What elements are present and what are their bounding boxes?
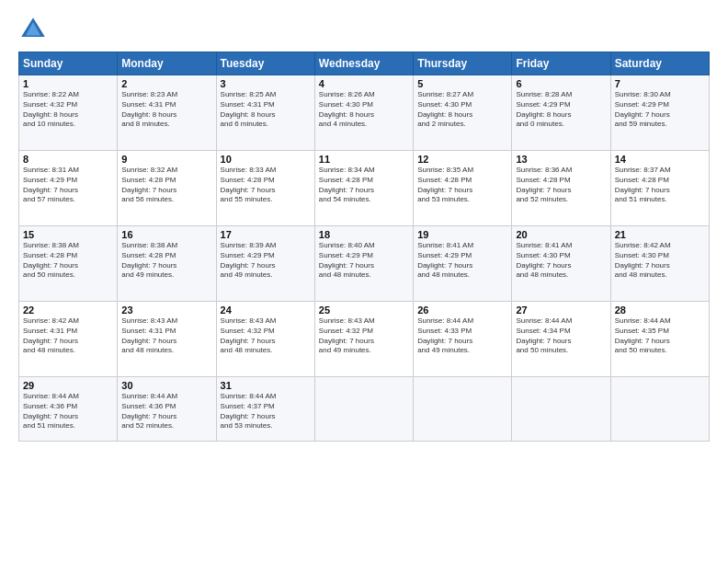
day-number: 31 — [221, 380, 311, 391]
calendar-cell: 14Sunrise: 8:37 AM Sunset: 4:28 PM Dayli… — [610, 151, 709, 226]
calendar-cell: 9Sunrise: 8:32 AM Sunset: 4:28 PM Daylig… — [118, 151, 216, 226]
calendar-cell: 6Sunrise: 8:28 AM Sunset: 4:29 PM Daylig… — [512, 75, 610, 151]
calendar-cell: 26Sunrise: 8:44 AM Sunset: 4:33 PM Dayli… — [414, 302, 512, 377]
day-number: 12 — [417, 154, 507, 165]
calendar-cell: 18Sunrise: 8:40 AM Sunset: 4:29 PM Dayli… — [314, 226, 413, 302]
day-number: 7 — [615, 78, 705, 89]
day-number: 26 — [417, 304, 507, 316]
day-number: 18 — [319, 229, 409, 240]
day-info: Sunrise: 8:38 AM Sunset: 4:28 PM Dayligh… — [121, 241, 211, 281]
calendar-table: SundayMondayTuesdayWednesdayThursdayFrid… — [18, 52, 710, 442]
calendar-cell: 21Sunrise: 8:42 AM Sunset: 4:30 PM Dayli… — [610, 226, 709, 302]
logo — [18, 15, 51, 44]
day-number: 1 — [23, 78, 113, 89]
calendar-cell: 27Sunrise: 8:44 AM Sunset: 4:34 PM Dayli… — [512, 302, 610, 377]
day-info: Sunrise: 8:27 AM Sunset: 4:30 PM Dayligh… — [417, 90, 507, 130]
day-number: 28 — [615, 304, 705, 316]
calendar-cell: 29Sunrise: 8:44 AM Sunset: 4:36 PM Dayli… — [19, 377, 118, 442]
day-info: Sunrise: 8:35 AM Sunset: 4:28 PM Dayligh… — [417, 166, 507, 205]
day-number: 24 — [221, 304, 311, 316]
day-info: Sunrise: 8:44 AM Sunset: 4:35 PM Dayligh… — [615, 316, 705, 356]
day-info: Sunrise: 8:30 AM Sunset: 4:29 PM Dayligh… — [615, 90, 705, 130]
day-info: Sunrise: 8:31 AM Sunset: 4:29 PM Dayligh… — [23, 166, 113, 205]
day-info: Sunrise: 8:32 AM Sunset: 4:28 PM Dayligh… — [121, 166, 211, 205]
day-number: 9 — [121, 154, 211, 165]
day-info: Sunrise: 8:43 AM Sunset: 4:32 PM Dayligh… — [221, 316, 311, 356]
calendar-cell: 13Sunrise: 8:36 AM Sunset: 4:28 PM Dayli… — [512, 151, 610, 226]
day-number: 5 — [417, 78, 507, 89]
calendar-cell: 8Sunrise: 8:31 AM Sunset: 4:29 PM Daylig… — [19, 151, 118, 226]
day-info: Sunrise: 8:42 AM Sunset: 4:30 PM Dayligh… — [615, 241, 705, 281]
calendar-cell: 12Sunrise: 8:35 AM Sunset: 4:28 PM Dayli… — [414, 151, 512, 226]
calendar-cell: 31Sunrise: 8:44 AM Sunset: 4:37 PM Dayli… — [216, 377, 314, 442]
day-info: Sunrise: 8:41 AM Sunset: 4:29 PM Dayligh… — [417, 241, 507, 281]
calendar-cell: 5Sunrise: 8:27 AM Sunset: 4:30 PM Daylig… — [414, 75, 512, 151]
day-info: Sunrise: 8:22 AM Sunset: 4:32 PM Dayligh… — [23, 90, 113, 130]
day-info: Sunrise: 8:44 AM Sunset: 4:34 PM Dayligh… — [516, 316, 606, 356]
day-info: Sunrise: 8:25 AM Sunset: 4:31 PM Dayligh… — [221, 90, 311, 130]
day-number: 19 — [417, 229, 507, 240]
calendar-cell: 30Sunrise: 8:44 AM Sunset: 4:36 PM Dayli… — [118, 377, 216, 442]
calendar-cell: 17Sunrise: 8:39 AM Sunset: 4:29 PM Dayli… — [216, 226, 314, 302]
day-number: 10 — [221, 154, 311, 165]
day-info: Sunrise: 8:42 AM Sunset: 4:31 PM Dayligh… — [23, 316, 113, 356]
day-info: Sunrise: 8:38 AM Sunset: 4:28 PM Dayligh… — [23, 241, 113, 281]
day-info: Sunrise: 8:28 AM Sunset: 4:29 PM Dayligh… — [516, 90, 606, 130]
weekday-header-thursday: Thursday — [414, 52, 512, 75]
calendar-cell: 1Sunrise: 8:22 AM Sunset: 4:32 PM Daylig… — [19, 75, 118, 151]
day-number: 30 — [121, 380, 211, 391]
day-info: Sunrise: 8:44 AM Sunset: 4:36 PM Dayligh… — [121, 392, 211, 431]
calendar-row-4: 22Sunrise: 8:42 AM Sunset: 4:31 PM Dayli… — [19, 302, 710, 377]
calendar-cell — [314, 377, 413, 442]
page: SundayMondayTuesdayWednesdayThursdayFrid… — [0, 0, 728, 563]
day-number: 6 — [516, 78, 606, 89]
calendar-row-2: 8Sunrise: 8:31 AM Sunset: 4:29 PM Daylig… — [19, 151, 710, 226]
day-number: 20 — [516, 229, 606, 240]
day-info: Sunrise: 8:41 AM Sunset: 4:30 PM Dayligh… — [516, 241, 606, 281]
day-info: Sunrise: 8:26 AM Sunset: 4:30 PM Dayligh… — [319, 90, 409, 130]
day-number: 25 — [319, 304, 409, 316]
day-info: Sunrise: 8:37 AM Sunset: 4:28 PM Dayligh… — [615, 166, 705, 205]
day-info: Sunrise: 8:33 AM Sunset: 4:28 PM Dayligh… — [221, 166, 311, 205]
calendar-cell: 25Sunrise: 8:43 AM Sunset: 4:32 PM Dayli… — [314, 302, 413, 377]
day-number: 16 — [121, 229, 211, 240]
day-number: 22 — [23, 304, 113, 316]
calendar-cell: 15Sunrise: 8:38 AM Sunset: 4:28 PM Dayli… — [19, 226, 118, 302]
day-number: 27 — [516, 304, 606, 316]
calendar-cell: 10Sunrise: 8:33 AM Sunset: 4:28 PM Dayli… — [216, 151, 314, 226]
day-info: Sunrise: 8:36 AM Sunset: 4:28 PM Dayligh… — [516, 166, 606, 205]
day-number: 23 — [121, 304, 211, 316]
calendar-cell: 22Sunrise: 8:42 AM Sunset: 4:31 PM Dayli… — [19, 302, 118, 377]
calendar-cell: 2Sunrise: 8:23 AM Sunset: 4:31 PM Daylig… — [118, 75, 216, 151]
day-number: 8 — [23, 154, 113, 165]
day-info: Sunrise: 8:44 AM Sunset: 4:36 PM Dayligh… — [23, 392, 113, 431]
day-info: Sunrise: 8:43 AM Sunset: 4:32 PM Dayligh… — [319, 316, 409, 356]
calendar-cell: 20Sunrise: 8:41 AM Sunset: 4:30 PM Dayli… — [512, 226, 610, 302]
calendar-cell — [414, 377, 512, 442]
header — [18, 15, 710, 44]
calendar-cell: 16Sunrise: 8:38 AM Sunset: 4:28 PM Dayli… — [118, 226, 216, 302]
calendar-cell: 4Sunrise: 8:26 AM Sunset: 4:30 PM Daylig… — [314, 75, 413, 151]
day-number: 13 — [516, 154, 606, 165]
weekday-header-tuesday: Tuesday — [216, 52, 314, 75]
day-number: 2 — [121, 78, 211, 89]
day-info: Sunrise: 8:23 AM Sunset: 4:31 PM Dayligh… — [121, 90, 211, 130]
calendar-cell: 7Sunrise: 8:30 AM Sunset: 4:29 PM Daylig… — [610, 75, 709, 151]
calendar-cell: 28Sunrise: 8:44 AM Sunset: 4:35 PM Dayli… — [610, 302, 709, 377]
calendar-cell: 11Sunrise: 8:34 AM Sunset: 4:28 PM Dayli… — [314, 151, 413, 226]
calendar-row-3: 15Sunrise: 8:38 AM Sunset: 4:28 PM Dayli… — [19, 226, 710, 302]
weekday-header-friday: Friday — [512, 52, 610, 75]
day-info: Sunrise: 8:34 AM Sunset: 4:28 PM Dayligh… — [319, 166, 409, 205]
weekday-header-sunday: Sunday — [19, 52, 118, 75]
day-number: 29 — [23, 380, 113, 391]
calendar-row-5: 29Sunrise: 8:44 AM Sunset: 4:36 PM Dayli… — [19, 377, 710, 442]
weekday-header-wednesday: Wednesday — [314, 52, 413, 75]
day-info: Sunrise: 8:43 AM Sunset: 4:31 PM Dayligh… — [121, 316, 211, 356]
calendar-cell — [610, 377, 709, 442]
calendar-cell: 3Sunrise: 8:25 AM Sunset: 4:31 PM Daylig… — [216, 75, 314, 151]
day-info: Sunrise: 8:39 AM Sunset: 4:29 PM Dayligh… — [221, 241, 311, 281]
day-info: Sunrise: 8:44 AM Sunset: 4:33 PM Dayligh… — [417, 316, 507, 356]
day-number: 21 — [615, 229, 705, 240]
day-number: 14 — [615, 154, 705, 165]
calendar-cell: 24Sunrise: 8:43 AM Sunset: 4:32 PM Dayli… — [216, 302, 314, 377]
